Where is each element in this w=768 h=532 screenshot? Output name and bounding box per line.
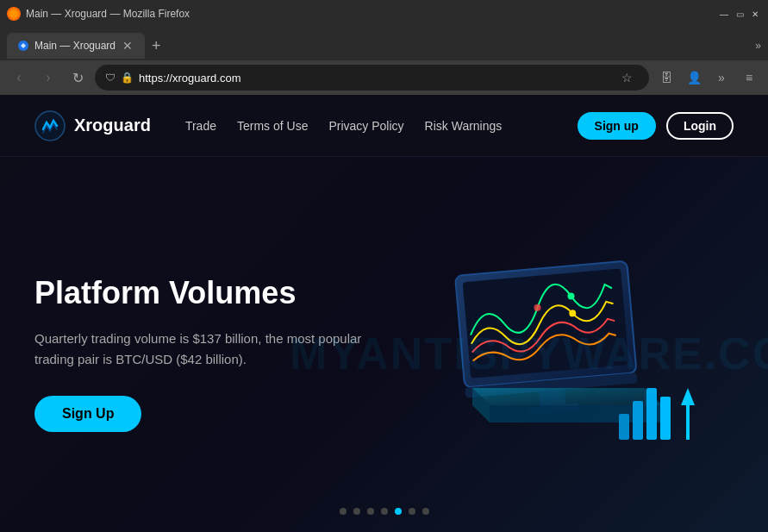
window-controls: — ▭ ✕ <box>718 8 761 20</box>
hero-title: Platform Volumes <box>34 274 384 311</box>
nav-actions: Sign up Login <box>578 112 734 140</box>
nav-login-button[interactable]: Login <box>666 112 734 140</box>
pocket-icon[interactable]: 🗄 <box>654 66 678 90</box>
window-title: Main — Xroguard — Mozilla Firefox <box>26 8 190 20</box>
nav-bar: ‹ › ↻ 🛡 🔒 https://xroguard.com ☆ 🗄 👤 » ≡ <box>0 60 768 95</box>
minimize-button[interactable]: — <box>718 8 730 20</box>
brand-logo-icon <box>34 110 66 141</box>
nav-signup-button[interactable]: Sign up <box>578 112 656 140</box>
svg-rect-16 <box>646 388 657 440</box>
tab-close-button[interactable]: ✕ <box>121 39 134 53</box>
svg-rect-17 <box>660 397 671 440</box>
hero-chart-svg <box>421 241 696 466</box>
hero-content: Platform Volumes Quarterly trading volum… <box>34 274 384 432</box>
hero-signup-button[interactable]: Sign Up <box>34 396 141 432</box>
pagination-dot-3[interactable] <box>367 508 374 515</box>
title-bar: Main — Xroguard — Mozilla Firefox — ▭ ✕ <box>0 0 768 28</box>
pagination-dot-2[interactable] <box>353 508 360 515</box>
nav-link-privacy[interactable]: Privacy Policy <box>328 119 403 133</box>
nav-link-trade[interactable]: Trade <box>185 119 216 133</box>
tab-label: Main — Xroguard <box>34 40 116 52</box>
svg-rect-14 <box>619 414 629 440</box>
pagination-dot-5[interactable] <box>395 508 402 515</box>
address-bar[interactable]: 🛡 🔒 https://xroguard.com ☆ <box>95 65 649 91</box>
firefox-icon <box>7 7 21 21</box>
bookmark-icon: ☆ <box>615 66 639 90</box>
title-bar-left: Main — Xroguard — Mozilla Firefox <box>7 7 190 21</box>
active-tab[interactable]: Main — Xroguard ✕ <box>7 33 145 59</box>
pagination-dot-6[interactable] <box>409 508 415 515</box>
nav-link-risk[interactable]: Risk Warnings <box>425 119 503 133</box>
account-icon[interactable]: 👤 <box>682 66 706 90</box>
website-content: Xroguard Trade Terms of Use Privacy Poli… <box>0 95 768 532</box>
new-tab-button[interactable]: + <box>145 37 168 55</box>
pagination-dot-4[interactable] <box>381 508 388 515</box>
url-text: https://xroguard.com <box>139 72 609 84</box>
maximize-button[interactable]: ▭ <box>734 8 746 20</box>
pagination-dot-7[interactable] <box>422 508 429 515</box>
extensions-button[interactable]: » <box>709 66 734 90</box>
back-button[interactable]: ‹ <box>7 66 31 90</box>
lock-icon: 🔒 <box>121 72 134 84</box>
reload-button[interactable]: ↻ <box>66 66 90 90</box>
brand-name: Xroguard <box>74 116 151 135</box>
svg-rect-15 <box>633 401 643 440</box>
hero-visual: MYANTISPYWARE.COM <box>384 224 734 483</box>
site-navigation: Xroguard Trade Terms of Use Privacy Poli… <box>0 95 768 157</box>
svg-rect-18 <box>686 405 690 440</box>
hero-description: Quarterly trading volume is $137 billion… <box>34 329 384 370</box>
tab-bar: Main — Xroguard ✕ + » <box>0 28 768 60</box>
nav-links: Trade Terms of Use Privacy Policy Risk W… <box>177 119 578 133</box>
tab-favicon <box>17 40 29 52</box>
hero-section: Platform Volumes Quarterly trading volum… <box>0 157 768 532</box>
shield-icon: 🛡 <box>105 72 116 84</box>
pagination-dot-1[interactable] <box>340 508 347 515</box>
menu-button[interactable]: ≡ <box>737 66 761 90</box>
nav-right-buttons: 🗄 👤 » ≡ <box>654 66 761 90</box>
brand: Xroguard <box>34 110 151 141</box>
forward-button[interactable]: › <box>36 66 60 90</box>
nav-link-terms[interactable]: Terms of Use <box>237 119 308 133</box>
pagination <box>331 499 438 523</box>
tab-overflow-button[interactable]: » <box>755 40 761 52</box>
close-button[interactable]: ✕ <box>749 8 761 20</box>
